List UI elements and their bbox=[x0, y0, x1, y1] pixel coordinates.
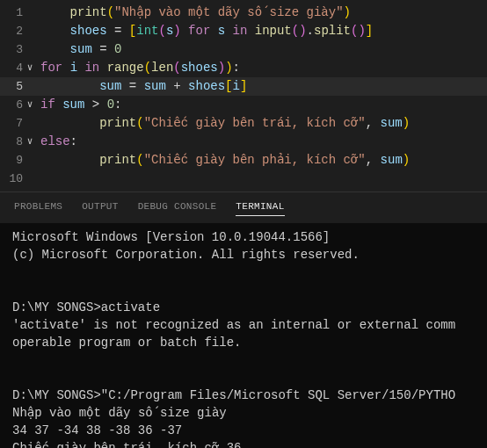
line-number: 1 bbox=[2, 4, 23, 22]
code-content[interactable]: print("Chiếc giày bên trái, kích cỡ", su… bbox=[40, 114, 410, 133]
code-editor[interactable]: 1 print("Nhập vào một dãy số size giày")… bbox=[0, 0, 487, 191]
terminal-line: D:\MY SONGS>activate bbox=[12, 299, 475, 316]
code-content[interactable]: sum = sum + shoes[i] bbox=[40, 77, 247, 96]
code-line[interactable]: 5 sum = sum + shoes[i] bbox=[0, 77, 487, 96]
code-line[interactable]: 7 print("Chiếc giày bên trái, kích cỡ", … bbox=[0, 114, 487, 133]
code-content[interactable]: shoes = [int(s) for s in input().split()… bbox=[40, 22, 373, 40]
line-number: 8 bbox=[2, 133, 23, 151]
fold-chevron-icon[interactable]: ∨ bbox=[23, 96, 37, 114]
code-content[interactable]: for i in range(len(shoes)): bbox=[40, 59, 240, 77]
panel-tab-debug-console[interactable]: DEBUG CONSOLE bbox=[138, 201, 217, 216]
fold-chevron-icon[interactable]: ∨ bbox=[23, 133, 37, 151]
code-line[interactable]: 1 print("Nhập vào một dãy số size giày") bbox=[0, 4, 487, 22]
terminal-line: D:\MY SONGS>"C:/Program Files/Microsoft … bbox=[12, 387, 475, 404]
panel-tab-problems[interactable]: PROBLEMS bbox=[14, 201, 62, 216]
terminal-line bbox=[12, 264, 475, 281]
panel-tab-output[interactable]: OUTPUT bbox=[82, 201, 118, 216]
panel-tab-bar: PROBLEMSOUTPUTDEBUG CONSOLETERMINAL bbox=[0, 191, 487, 223]
line-number: 7 bbox=[2, 114, 23, 133]
panel-tab-terminal[interactable]: TERMINAL bbox=[236, 201, 284, 216]
line-number: 5 bbox=[2, 77, 23, 96]
code-line[interactable]: 2 shoes = [int(s) for s in input().split… bbox=[0, 22, 487, 40]
code-line[interactable]: 9 print("Chiếc giày bên phải, kích cỡ", … bbox=[0, 151, 487, 170]
terminal-line: 34 37 -34 38 -38 36 -37 bbox=[12, 422, 475, 439]
terminal-line: Nhập vào một dãy số size giày bbox=[12, 404, 475, 422]
code-content[interactable]: else: bbox=[40, 133, 77, 151]
code-line[interactable]: 10 bbox=[0, 170, 487, 188]
code-line[interactable]: 8∨else: bbox=[0, 133, 487, 151]
terminal-line bbox=[12, 281, 475, 299]
terminal-line: (c) Microsoft Corporation. All rights re… bbox=[12, 246, 475, 264]
line-number: 2 bbox=[2, 22, 23, 40]
terminal-line: Chiếc giày bên trái, kích cỡ 36 bbox=[12, 439, 475, 448]
code-line[interactable]: 3 sum = 0 bbox=[0, 40, 487, 59]
terminal-line: operable program or batch file. bbox=[12, 334, 475, 351]
code-content[interactable]: sum = 0 bbox=[40, 40, 121, 59]
terminal-line: 'activate' is not recognized as an inter… bbox=[12, 316, 475, 334]
code-content[interactable]: print("Nhập vào một dãy số size giày") bbox=[40, 4, 351, 22]
line-number: 6 bbox=[2, 96, 23, 114]
terminal-output[interactable]: Microsoft Windows [Version 10.0.19044.15… bbox=[0, 223, 487, 448]
line-number: 4 bbox=[2, 59, 23, 77]
line-number: 9 bbox=[2, 151, 23, 170]
line-number: 10 bbox=[2, 170, 23, 188]
terminal-line bbox=[12, 369, 475, 387]
code-line[interactable]: 6∨if sum > 0: bbox=[0, 96, 487, 114]
line-number: 3 bbox=[2, 40, 23, 59]
terminal-line: Microsoft Windows [Version 10.0.19044.15… bbox=[12, 228, 475, 246]
fold-chevron-icon[interactable]: ∨ bbox=[23, 59, 37, 77]
terminal-line bbox=[12, 351, 475, 369]
code-content[interactable]: if sum > 0: bbox=[40, 96, 121, 114]
code-content[interactable]: print("Chiếc giày bên phải, kích cỡ", su… bbox=[40, 151, 410, 170]
code-line[interactable]: 4∨for i in range(len(shoes)): bbox=[0, 59, 487, 77]
